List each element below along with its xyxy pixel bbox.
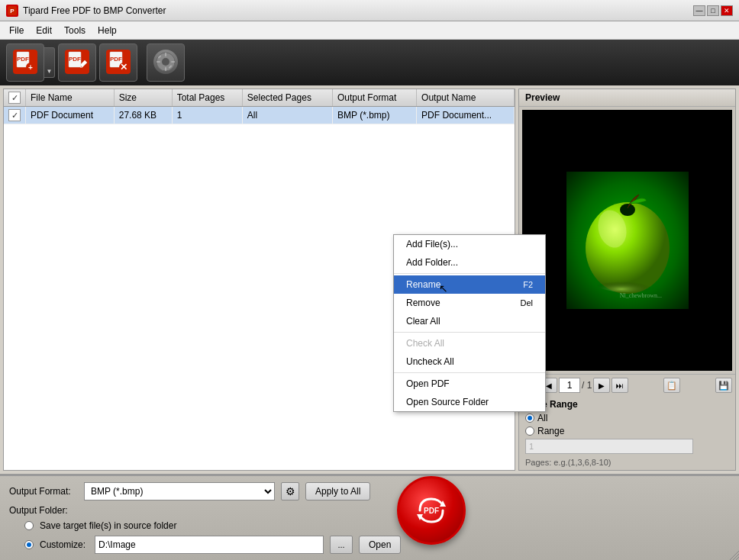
settings-button[interactable] [147, 43, 185, 82]
ctx-uncheck-all[interactable]: Uncheck All [394, 352, 545, 371]
col-size: Size [114, 89, 172, 107]
menu-help[interactable]: Help [92, 24, 123, 37]
radio-range-label: Range [537, 426, 564, 436]
svg-text:PDF: PDF [424, 507, 439, 515]
select-all-checkbox[interactable] [8, 92, 21, 104]
radio-all-row: All [525, 413, 729, 423]
row-checkbox-cell [4, 107, 26, 124]
preview-header: Preview [519, 89, 735, 107]
output-format-label: Output Format: [9, 486, 78, 497]
convert-button[interactable]: PDF [397, 476, 466, 545]
convert-pdf-icon: PDF [412, 491, 450, 529]
menu-tools[interactable]: Tools [58, 24, 92, 37]
svg-text:PDF: PDF [17, 56, 29, 63]
col-selectedpages: Selected Pages [242, 89, 332, 107]
row-checkbox[interactable] [8, 109, 21, 121]
add-pdf-icon: PDF + [13, 50, 37, 74]
edit-pdf-icon: PDF [65, 50, 89, 74]
svg-point-26 [597, 277, 658, 292]
page-number-input[interactable]: 1 [559, 378, 580, 393]
close-button[interactable]: ✕ [721, 5, 733, 16]
next-page-button[interactable]: ▶ [593, 378, 610, 393]
menu-edit[interactable]: Edit [30, 24, 58, 37]
svg-line-34 [736, 557, 739, 560]
col-totalpages: Total Pages [172, 89, 242, 107]
add-pdf-button[interactable]: PDF + [6, 43, 44, 82]
svg-text:PDF: PDF [69, 56, 81, 63]
ctx-separator-2 [394, 332, 545, 333]
main-content: File Name Size Total Pages Selected Page… [0, 85, 739, 560]
file-table: File Name Size Total Pages Selected Page… [4, 89, 515, 124]
apply-to-all-button[interactable]: Apply to All [305, 482, 370, 500]
minimize-button[interactable]: — [693, 5, 705, 16]
radio-range[interactable] [525, 426, 534, 436]
svg-text:P: P [10, 8, 15, 14]
radio-save-source[interactable] [24, 521, 34, 530]
maximize-button[interactable]: □ [707, 5, 719, 16]
output-format-select[interactable]: BMP (*.bmp) [84, 482, 275, 500]
add-pdf-dropdown[interactable]: ▼ [44, 47, 55, 78]
customize-label: Customize: [40, 539, 86, 550]
copy-button[interactable]: 📋 [663, 378, 680, 393]
edit-pdf-button[interactable]: PDF [58, 43, 96, 82]
ctx-clear-all[interactable]: Clear All [394, 312, 545, 330]
preview-apple-image: Nl_chewbrown... [566, 172, 689, 309]
radio-customize[interactable] [24, 540, 34, 549]
col-outputname: Output Name [417, 89, 515, 107]
row-size: 27.68 KB [114, 107, 172, 124]
window-title: Tipard Free PDF to BMP Converter [23, 5, 693, 16]
ctx-add-folder[interactable]: Add Folder... [394, 253, 545, 272]
open-folder-button[interactable]: Open [359, 536, 401, 554]
context-menu: Add File(s)... Add Folder... Rename F2 R… [393, 234, 546, 412]
convert-button-container: PDF [397, 476, 466, 545]
resize-grip[interactable] [727, 548, 739, 560]
row-filename: PDF Document [26, 107, 115, 124]
page-total: / 1 [582, 380, 592, 391]
output-folder-label: Output Folder: [9, 505, 78, 516]
radio-all-label: All [537, 413, 547, 423]
file-list-area: File Name Size Total Pages Selected Page… [0, 85, 739, 475]
header-checkbox-col [4, 89, 26, 107]
svg-point-14 [162, 58, 169, 66]
ctx-open-source-folder[interactable]: Open Source Folder [394, 393, 545, 411]
browse-button[interactable]: ... [330, 536, 353, 554]
bottom-panel: Output Format: BMP (*.bmp) ⚙ Apply to Al… [0, 475, 739, 560]
ctx-separator-3 [394, 372, 545, 373]
menu-bar: File Edit Tools Help [0, 21, 739, 40]
table-row[interactable]: PDF Document 27.68 KB 1 All BMP (*.bmp) … [4, 107, 515, 124]
menu-file[interactable]: File [3, 24, 30, 37]
last-page-button[interactable]: ⏭ [612, 378, 628, 393]
range-input[interactable]: 1 [525, 439, 693, 454]
svg-line-33 [733, 554, 739, 560]
ctx-rename[interactable]: Rename F2 [394, 275, 545, 294]
svg-rect-18 [171, 61, 175, 63]
row-totalpages: 1 [172, 107, 242, 124]
svg-text:+: + [28, 63, 33, 72]
preview-image-area: Nl_chewbrown... [522, 110, 732, 371]
svg-rect-15 [165, 53, 166, 56]
svg-text:✕: ✕ [120, 62, 127, 72]
toolbar: PDF + ▼ PDF PDF ✕ [0, 40, 739, 85]
ctx-open-pdf[interactable]: Open PDF [394, 375, 545, 393]
col-filename: File Name [26, 89, 115, 107]
ctx-check-all: Check All [394, 334, 545, 352]
ctx-remove[interactable]: Remove Del [394, 294, 545, 312]
svg-point-24 [620, 204, 635, 216]
row-selectedpages: All [242, 107, 332, 124]
page-range-section: Page Range All Range 1 Pages: e.g.(1,3,6… [519, 396, 735, 470]
radio-all[interactable] [525, 414, 534, 423]
row-outputformat: BMP (*.bmp) [333, 107, 417, 124]
remove-pdf-button[interactable]: PDF ✕ [99, 43, 137, 82]
svg-text:Nl_chewbrown...: Nl_chewbrown... [619, 292, 661, 299]
save-source-row: Save target file(s) in source folder [9, 520, 730, 531]
customize-row: Customize: D:\Image ... Open [9, 536, 730, 554]
row-outputname: PDF Document... [417, 107, 515, 124]
folder-path-input[interactable]: D:\Image [95, 536, 324, 554]
ctx-separator-1 [394, 273, 545, 274]
output-format-row: Output Format: BMP (*.bmp) ⚙ Apply to Al… [9, 482, 730, 500]
output-folder-label-row: Output Folder: [9, 505, 730, 516]
settings-icon [153, 50, 178, 74]
format-settings-button[interactable]: ⚙ [281, 482, 299, 500]
ctx-add-files[interactable]: Add File(s)... [394, 235, 545, 253]
export-button[interactable]: 💾 [715, 378, 732, 393]
